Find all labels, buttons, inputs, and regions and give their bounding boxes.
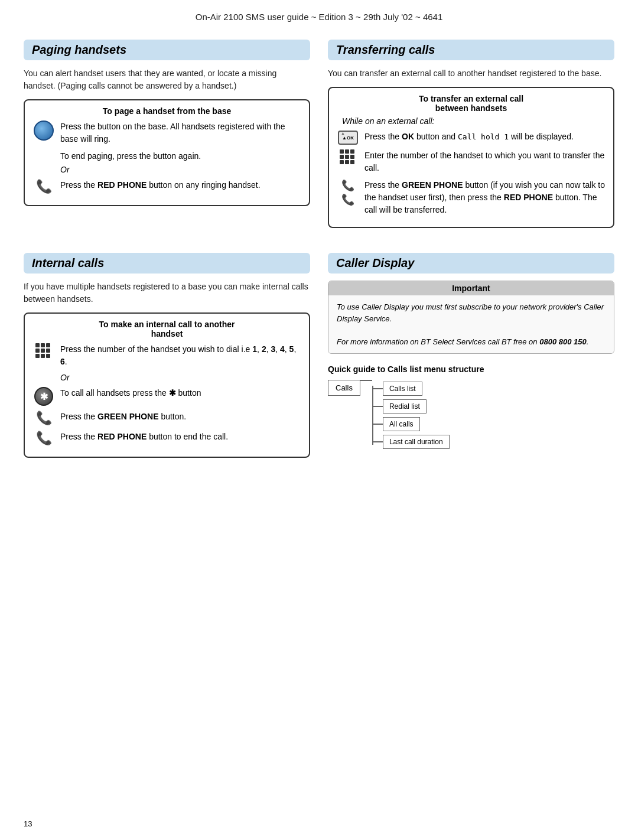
last-call-duration-item: Last call duration	[383, 435, 450, 449]
page-step-1: Press the button on the base. All handse…	[33, 121, 301, 145]
red-phone-icon-internal: 📞	[33, 431, 54, 446]
important-box: Important To use Caller Display you must…	[328, 281, 614, 354]
important-header: Important	[328, 281, 614, 295]
transferring-calls-title: Transferring calls	[328, 40, 614, 60]
caller-display-section: Caller Display Important To use Caller D…	[328, 253, 614, 465]
internal-step-3: 📞 Press the GREEN PHONE button.	[33, 411, 301, 426]
keypad-icon-internal	[33, 343, 54, 358]
tree-row-1: Calls list	[372, 381, 450, 396]
internal-step-4: 📞 Press the RED PHONE button to end the …	[33, 431, 301, 446]
calls-list-item: Calls list	[383, 382, 422, 396]
tree-connector	[360, 380, 372, 381]
transfer-step-3: 📞 📞 Press the GREEN PHONE button (if you…	[337, 179, 605, 216]
internal-call-box-title: To make an internal call to another hand…	[33, 320, 301, 338]
transfer-box-title: To transfer an external call between han…	[337, 94, 605, 113]
green-phone-icon-internal: 📞	[33, 411, 54, 426]
page-handset-box-title: To page a handset from the base	[33, 106, 301, 116]
internal-call-box: To make an internal call to another hand…	[24, 312, 310, 458]
internal-or-1: Or	[60, 373, 301, 382]
base-button-icon	[33, 121, 54, 141]
internal-calls-title: Internal calls	[24, 253, 310, 274]
page-step-2: 📞 Press the RED PHONE button on any ring…	[33, 179, 301, 194]
internal-step-1: Press the number of the handset you wish…	[33, 343, 301, 368]
important-text-2: For more information on BT Select Servic…	[337, 336, 606, 348]
internal-step-2: ✱ To call all handsets press the ✱ butto…	[33, 387, 301, 406]
transfer-step-2-text: Enter the number of the handset to which…	[364, 149, 605, 174]
calls-box: Calls	[328, 380, 360, 396]
tree-branches: Calls list Redial list All calls Last ca…	[372, 380, 450, 451]
internal-calls-section: Internal calls If you have multiple hand…	[24, 253, 310, 465]
page-or-1: Or	[60, 165, 301, 174]
paging-handsets-title: Paging handsets	[24, 40, 310, 60]
transferring-calls-section: Transferring calls You can transfer an e…	[328, 40, 614, 235]
page-number: 13	[24, 819, 32, 828]
caller-display-title: Caller Display	[328, 253, 614, 274]
important-text-1: To use Caller Display you must first sub…	[337, 301, 606, 324]
green-phone-icon: 📞	[341, 179, 354, 192]
all-calls-item: All calls	[383, 417, 420, 431]
transfer-step-1-text: Press the OK button and Call hold 1 will…	[364, 131, 605, 143]
header-title: On-Air 2100 SMS user guide ~ Edition 3 ~…	[196, 12, 443, 22]
while-external-call-text: While on an external call:	[342, 116, 434, 126]
tree-row-3: All calls	[372, 416, 450, 432]
internal-step-1-text: Press the number of the handset you wish…	[60, 343, 301, 368]
red-phone-icon-transfer: 📞	[341, 193, 354, 206]
page-handset-box: To page a handset from the base Press th…	[24, 99, 310, 206]
paging-handsets-section: Paging handsets You can alert handset us…	[24, 40, 310, 235]
internal-step-3-text: Press the GREEN PHONE button.	[60, 411, 301, 423]
ok-button-icon: ▲OK	[337, 131, 359, 145]
transfer-step-1: ▲OK Press the OK button and Call hold 1 …	[337, 131, 605, 145]
internal-step-2-text: To call all handsets press the ✱ button	[60, 387, 301, 399]
tree-row-4: Last call duration	[372, 434, 450, 450]
transferring-calls-intro: You can transfer an external call to ano…	[328, 67, 614, 80]
transfer-step-2: Enter the number of the handset to which…	[337, 149, 605, 174]
circle-blue-icon	[34, 121, 54, 141]
page-header: On-Air 2100 SMS user guide ~ Edition 3 ~…	[24, 12, 614, 22]
transfer-call-box: To transfer an external call between han…	[328, 87, 614, 228]
redial-list-item: Redial list	[383, 399, 427, 414]
green-phone-icon-transfer: 📞 📞	[337, 179, 359, 206]
important-body: To use Caller Display you must first sub…	[328, 295, 614, 353]
page-step-1-text: Press the button on the base. All handse…	[60, 121, 301, 145]
keypad-icon-transfer	[337, 149, 359, 164]
internal-step-4-text: Press the RED PHONE button to end the ca…	[60, 431, 301, 443]
transfer-step-3-text: Press the GREEN PHONE button (if you wis…	[364, 179, 605, 216]
page-step-end-text: To end paging, press the button again.	[60, 150, 301, 162]
tree-row-2: Redial list	[372, 399, 450, 414]
internal-calls-intro: If you have multiple handsets registered…	[24, 281, 310, 305]
paging-handsets-intro: You can alert handset users that they ar…	[24, 67, 310, 92]
calls-tree-diagram: Calls Calls list Redial list	[328, 380, 614, 451]
page-step-2-text: Press the RED PHONE button on any ringin…	[60, 179, 301, 191]
red-phone-icon-paging: 📞	[33, 179, 54, 194]
star-icon: ✱	[33, 387, 54, 406]
quick-guide-title: Quick guide to Calls list menu structure	[328, 364, 614, 374]
